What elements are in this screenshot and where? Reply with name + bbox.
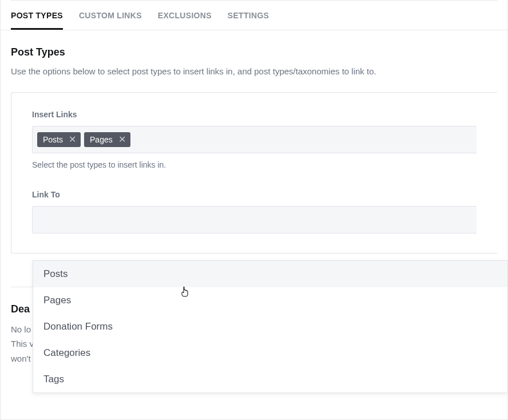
dropdown-option-posts[interactable]: Posts [33,261,507,287]
section-description: Use the options below to select post typ… [11,65,497,78]
insert-links-helper: Select the post types to insert links in… [32,160,477,169]
tag-label: Posts [43,135,63,144]
dropdown-option-donation-forms[interactable]: Donation Forms [33,314,507,340]
tag-label: Pages [90,135,113,144]
dropdown-option-pages[interactable]: Pages [33,287,507,314]
tab-bar: POST TYPES CUSTOM LINKS EXCLUSIONS SETTI… [1,1,507,30]
tab-custom-links[interactable]: CUSTOM LINKS [79,1,142,30]
link-to-label: Link To [32,190,477,199]
close-icon[interactable]: ✕ [69,135,76,144]
dropdown-option-categories[interactable]: Categories [33,340,507,366]
tab-post-types[interactable]: POST TYPES [11,1,63,30]
insert-links-label: Insert Links [32,110,477,119]
settings-panel: Insert Links Posts ✕ Pages ✕ Select the … [11,92,497,253]
section-title: Post Types [11,46,497,58]
dropdown-option-tags[interactable]: Tags [33,366,507,393]
tag-posts: Posts ✕ [37,132,81,147]
tab-settings[interactable]: SETTINGS [228,1,269,30]
close-icon[interactable]: ✕ [118,135,126,144]
tag-pages: Pages ✕ [84,132,130,147]
link-to-select[interactable] [32,206,477,233]
insert-links-input[interactable]: Posts ✕ Pages ✕ [32,126,477,153]
link-to-dropdown: Posts Pages Donation Forms Categories Ta… [33,260,507,393]
tab-exclusions[interactable]: EXCLUSIONS [158,1,212,30]
